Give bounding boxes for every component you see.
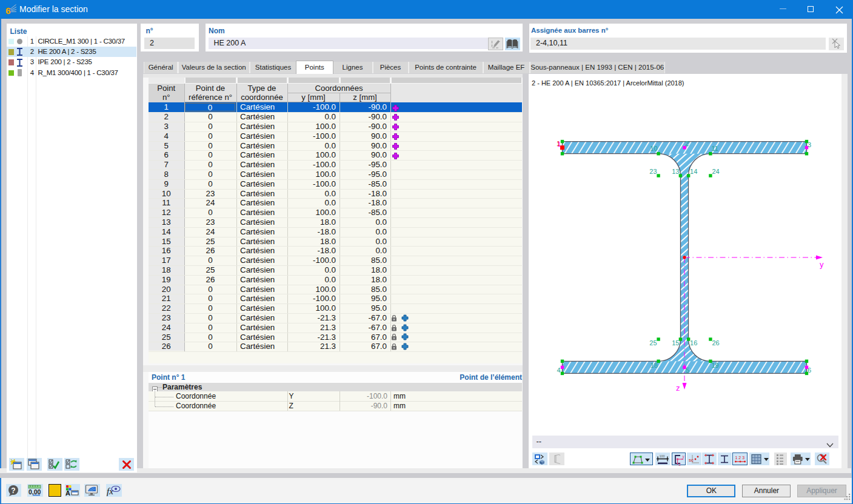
svg-text:11: 11 — [711, 145, 718, 152]
svg-text:6: 6 — [6, 5, 11, 16]
svg-text:4: 4 — [557, 366, 560, 374]
svg-text:16: 16 — [690, 339, 697, 346]
svg-text:y: y — [820, 260, 824, 269]
svg-text:5: 5 — [686, 366, 689, 374]
svg-text:23: 23 — [649, 167, 657, 174]
svg-text:18: 18 — [651, 362, 658, 369]
svg-text:26: 26 — [712, 339, 719, 346]
svg-text:100: 100 — [659, 454, 664, 458]
svg-text:A: A — [65, 489, 70, 497]
svg-text:z: z — [679, 462, 681, 466]
svg-text:?: ? — [11, 486, 15, 494]
svg-text:sc: sc — [689, 457, 694, 463]
svg-text:19: 19 — [711, 362, 718, 369]
svg-text:z: z — [676, 383, 680, 393]
svg-text:y: y — [683, 454, 685, 459]
svg-text:14: 14 — [690, 167, 697, 174]
svg-text:0,00: 0,00 — [28, 488, 41, 496]
svg-text:2: 2 — [685, 139, 689, 147]
svg-text:1: 1 — [557, 140, 560, 147]
svg-text:1 2 3: 1 2 3 — [735, 456, 744, 460]
svg-text:24: 24 — [712, 167, 719, 174]
svg-text:3: 3 — [808, 141, 811, 148]
svg-text:fx: fx — [107, 486, 113, 496]
svg-text:25: 25 — [649, 339, 657, 346]
svg-text:15: 15 — [672, 339, 679, 346]
svg-text:6: 6 — [808, 366, 811, 374]
svg-text:13: 13 — [672, 167, 679, 174]
svg-text:10: 10 — [650, 145, 657, 152]
